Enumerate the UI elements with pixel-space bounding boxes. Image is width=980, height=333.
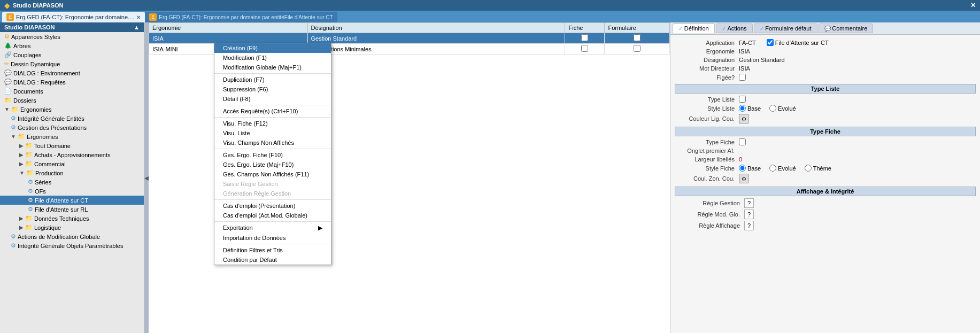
sidebar-item-label: Logistique (34, 224, 61, 231)
cell-fiche[interactable] (565, 44, 605, 55)
menu-creation[interactable]: Création (F9) (214, 43, 331, 53)
sidebar-collapse-icon[interactable]: ▲ (134, 24, 140, 30)
menu-modif-globale[interactable]: Modification Globale (Maj+F1) (214, 63, 331, 72)
fiche-checkbox[interactable] (581, 34, 588, 41)
sidebar-item-tout-domaine[interactable]: ▶ 📁 Tout Domaine (0, 141, 144, 150)
col-formulaire[interactable]: Formulaire (605, 23, 670, 33)
menu-importation[interactable]: Importation de Données (214, 233, 331, 243)
menu-modification[interactable]: Modification (F1) (214, 53, 331, 63)
col-fiche[interactable]: Fiche (565, 23, 605, 33)
menu-visu-fiche[interactable]: Visu. Fiche (F12) (214, 119, 331, 128)
onglet-row: Onglet premier Af. (675, 148, 976, 154)
menu-detail[interactable]: Détail (F8) (214, 94, 331, 104)
menu-acces-requete[interactable]: Accès Requête(s) (Ctrl+F10) (214, 106, 331, 116)
style-liste-radio-group: Base Evolué (739, 105, 796, 112)
col-designation[interactable]: Désignation (307, 23, 565, 33)
sidebar-item-achats[interactable]: ▶ 📁 Achats - Approvisionnements (0, 150, 144, 159)
menu-def-filtres[interactable]: Définition Filtres et Tris (214, 245, 331, 255)
sidebar-item-label: Apparences Styles (11, 34, 60, 40)
type-fiche-row: Type Fiche (675, 138, 976, 145)
sidebar-item-integrite[interactable]: ⚙ Intégrité Générale Entités (0, 114, 144, 123)
tab-commentaire[interactable]: 💬 Commentaire (819, 24, 874, 33)
cell-formulaire[interactable] (605, 44, 670, 55)
cell-fiche[interactable] (565, 33, 605, 44)
type-liste-checkbox[interactable] (739, 96, 746, 103)
sidebar-item-ergonomies[interactable]: ▼ 📁 Ergonomies (0, 105, 144, 114)
type-fiche-checkbox[interactable] (739, 138, 746, 145)
radio-fiche-base-label: Base (747, 165, 761, 172)
fiche-checkbox[interactable] (581, 45, 588, 52)
coul-zon-button[interactable]: ⚙ (739, 174, 748, 183)
sidebar-item-ergonomies2[interactable]: ▼ 📁 Ergonomies (0, 132, 144, 141)
tab-1[interactable]: E Erg.GFD (FA-CT): Ergonomie par domaine… (2, 12, 145, 22)
menu-exportation[interactable]: Exportation ▶ (214, 223, 331, 233)
tab-actions[interactable]: ✓ Actions (716, 24, 753, 33)
sidebar-item-file-ct[interactable]: ⚙ File d'Attente sur CT (0, 196, 144, 205)
sidebar-item-production[interactable]: ▼ 📁 Production (0, 168, 144, 177)
sidebar-item-series[interactable]: ⚙ Séries (0, 177, 144, 187)
tab-1-close[interactable]: ✕ (136, 14, 141, 20)
menu-condition-defaut[interactable]: Condition par Défaut (214, 255, 331, 265)
sidebar-item-documents[interactable]: 📄 Documents (0, 87, 144, 96)
couleur-lig-button[interactable]: ⚙ (739, 114, 748, 123)
regle-gestion-label: Règle Gestion (675, 200, 744, 206)
sidebar-item-actions-mod[interactable]: ⚙ Actions de Modification Globale (0, 232, 144, 241)
formulaire-checkbox[interactable] (634, 45, 641, 52)
tab-definition[interactable]: ✓ Définition (673, 24, 715, 33)
file-attente-checkbox[interactable] (767, 39, 774, 46)
figee-checkbox[interactable] (739, 74, 746, 81)
radio-evolue[interactable]: Evolué (769, 105, 796, 112)
ergonomies-expand-icon: ▼ (4, 106, 10, 112)
radio-fiche-theme-input[interactable] (805, 165, 812, 172)
col-ergonomie[interactable]: Ergonomie (149, 23, 308, 33)
ergonomie-label: Ergonomie (675, 48, 739, 55)
menu-ges-ergo-liste[interactable]: Ges. Ergo. Liste (Maj+F10) (214, 160, 331, 169)
menu-cas-emploi-pres[interactable]: Cas d'emploi (Présentation) (214, 201, 331, 211)
type-liste-label: Type Liste (675, 96, 739, 103)
sidebar-item-apparences[interactable]: ⚙ Apparences Styles (0, 32, 144, 41)
menu-ges-champs[interactable]: Ges. Champs Non Affichés (F11) (214, 169, 331, 179)
regle-mod-icon[interactable]: ? (744, 210, 754, 219)
radio-fiche-base[interactable]: Base (739, 165, 761, 172)
sidebar-item-commercial[interactable]: ▶ 📁 Commercial (0, 159, 144, 168)
title-bar-close[interactable]: ✕ (970, 2, 976, 9)
menu-suppression[interactable]: Suppression (F6) (214, 84, 331, 94)
sidebar-item-ofs[interactable]: ⚙ OFs (0, 187, 144, 196)
regle-affichage-icon[interactable]: ? (744, 221, 754, 230)
sidebar-collapse[interactable]: ◀ (144, 22, 149, 333)
formulaire-checkbox[interactable] (634, 34, 641, 41)
main-area: Studio DIAPASON ▲ ⚙ Apparences Styles 🌲 … (0, 22, 980, 333)
sidebar-item-donnees-tech[interactable]: ▶ 📁 Données Techniques (0, 214, 144, 223)
radio-base[interactable]: Base (739, 105, 761, 112)
table-row[interactable]: ISIA Gestion Standard (149, 33, 670, 44)
sidebar-item-dialog-env[interactable]: 💬 DIALOG : Environnement (0, 68, 144, 78)
menu-ges-ergo-fiche[interactable]: Ges. Ergo. Fiche (F10) (214, 150, 331, 160)
series-icon: ⚙ (28, 179, 33, 185)
menu-cas-emploi-act[interactable]: Cas d'emploi (Act.Mod. Globale) (214, 211, 331, 220)
regle-gestion-icon[interactable]: ? (744, 198, 754, 208)
menu-visu-champs[interactable]: Visu. Champs Non Affichés (214, 138, 331, 148)
tab-formulaire[interactable]: ✓ Formulaire défaut (754, 24, 817, 33)
radio-fiche-evolue[interactable]: Evolué (769, 165, 796, 172)
radio-fiche-evolue-label: Evolué (778, 165, 796, 172)
sidebar-item-integrite-obj[interactable]: ⚙ Intégrité Générale Objets Paramétrable… (0, 241, 144, 250)
sidebar-item-dossiers[interactable]: 📁 Dossiers (0, 96, 144, 105)
menu-visu-liste[interactable]: Visu. Liste (214, 128, 331, 138)
sidebar-item-dessin[interactable]: ✏ Dessin Dynamique (0, 59, 144, 68)
sidebar-item-label: Actions de Modification Globale (18, 234, 100, 240)
cell-formulaire[interactable] (605, 33, 670, 44)
sidebar-item-gestion-pres[interactable]: ⚙ Gestion des Présentations (0, 123, 144, 132)
sidebar-item-file-rl[interactable]: ⚙ File d'Attente sur RL (0, 205, 144, 214)
radio-base-input[interactable] (739, 105, 746, 112)
radio-fiche-theme[interactable]: Thème (805, 165, 831, 172)
menu-duplication[interactable]: Duplication (F7) (214, 75, 331, 84)
radio-evolue-input[interactable] (769, 105, 776, 112)
coul-zon-row: Coul. Zon. Cou. ⚙ (675, 174, 976, 183)
tab-2[interactable]: E Erg.GFD (FA-CT): Ergonomie par domaine… (145, 12, 337, 22)
sidebar-item-logistique[interactable]: ▶ 📁 Logistique (0, 223, 144, 232)
radio-fiche-base-input[interactable] (739, 165, 746, 172)
sidebar-item-dialog-req[interactable]: 💬 DIALOG : Requêtes (0, 78, 144, 87)
radio-fiche-evolue-input[interactable] (769, 165, 776, 172)
sidebar-item-arbres[interactable]: 🌲 Arbres (0, 41, 144, 50)
sidebar-item-couplages[interactable]: 🔗 Couplages (0, 50, 144, 59)
